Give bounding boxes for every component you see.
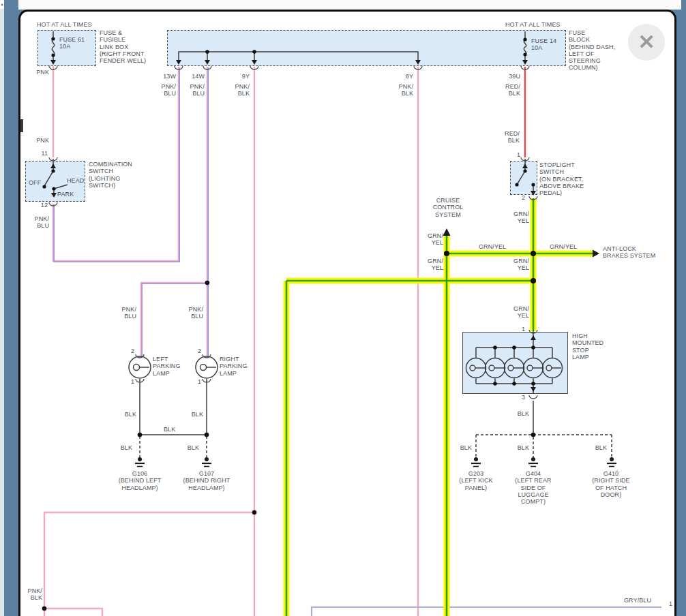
wire-label-pnk-mid: PNK: [27, 137, 49, 144]
wire-label-blk-g404: BLK: [507, 444, 529, 451]
ground-g203-label: G203 (LEFT KICK PANEL): [445, 470, 507, 491]
wire-label-grnyel-seg1: GRN/YEL: [479, 243, 506, 250]
terminal-2-stoplight: 2: [513, 194, 525, 201]
wire-label-9y: PNK/ BLK: [230, 83, 250, 97]
hot-at-all-times-right: HOT AT ALL TIMES: [505, 21, 561, 28]
wire-label-14w: PNK/ BLU: [185, 83, 205, 97]
wire-label-pnkblu-right-lamp: PNK/ BLU: [181, 306, 203, 320]
ground-g410-label: G410 (RIGHT SIDE OF HATCH DOOR): [580, 470, 642, 498]
wire-label-gryblu: GRY/BLU: [624, 597, 651, 604]
fuse-block-box: [167, 30, 566, 66]
wire-label-8y: PNK/ BLK: [394, 83, 413, 97]
wire-label-grnyel-stop: GRN/ YEL: [507, 211, 529, 225]
stoplight-switch-label: STOPLIGHT SWITCH (ON BRACKET, ABOVE BRAK…: [539, 161, 584, 196]
fuse-block-label: FUSE BLOCK (BEHIND DASH, LEFT OF STEERIN…: [569, 29, 615, 72]
ground-g404-label: G404 (LEFT REAR SIDE OF LUGGAGE COMPT): [503, 470, 564, 505]
wire-label-pnkblk-bottom: PNK/ BLK: [20, 587, 42, 602]
wire-label-blk-g203: BLK: [450, 444, 472, 451]
circuit-14w: 14W: [185, 73, 205, 80]
wire-label-pnkblu-left-lamp: PNK/ BLU: [115, 306, 136, 320]
wire-label-pnk-top: PNK: [27, 69, 49, 76]
wire-label-grnyel-below-switch: GRN/ YEL: [507, 258, 529, 272]
left-scrollbar-track[interactable]: [0, 0, 4, 616]
high-mounted-stop-lamp-box: [462, 332, 568, 394]
terminal-11: 11: [35, 150, 48, 157]
scroll-up-icon[interactable]: ▲: [0, 0, 4, 9]
wire-label-blk-hmsl: BLK: [507, 410, 529, 417]
cruise-control-label: CRUISE CONTROL SYSTEM: [428, 197, 468, 218]
circuit-39u: 39U: [501, 73, 520, 80]
left-parking-lamp-label: LEFT PARKING LAMP: [153, 356, 181, 377]
background-band-right: [683, 0, 686, 616]
wire-label-grnyel-seg2: GRN/YEL: [550, 243, 577, 250]
fuse-61-value: FUSE 61 10A: [59, 36, 85, 50]
wire-label-blk-bus: BLK: [164, 426, 175, 433]
antilock-brakes-label: ANTI-LOCK BRAKES SYSTEM: [603, 245, 655, 260]
wire-label-13w: PNK/ BLU: [157, 83, 176, 97]
close-button[interactable]: ✕: [628, 24, 665, 61]
switch-pos-park: PARK: [57, 191, 74, 198]
terminal-1-hmsl: 1: [513, 326, 525, 333]
close-icon: ✕: [638, 32, 655, 52]
background-band-left: [4, 0, 18, 616]
terminal-3-hmsl: 3: [513, 394, 525, 401]
scrollbar-thumb[interactable]: [20, 119, 23, 132]
circuit-8y: 8Y: [394, 73, 413, 80]
wire-label-grnyel-below-cruise: GRN/ YEL: [421, 258, 443, 272]
right-parking-lamp-label: RIGHT PARKING LAMP: [220, 356, 248, 377]
hot-at-all-times-left: HOT AT ALL TIMES: [37, 21, 92, 28]
fusible-link-box-label: FUSE & FUSIBLE LINK BOX (RIGHT FRONT FEN…: [100, 29, 146, 64]
combination-switch-label: COMBINATION SWITCH (LIGHTING SWITCH): [89, 161, 132, 189]
wire-label-grnyel-cruise: GRN/ YEL: [421, 232, 443, 247]
wire-label-pnkblu-comb: PNK/ BLU: [27, 215, 49, 230]
ground-g107-label: G107 (BEHIND RIGHT HEADLAMP): [176, 470, 237, 491]
wiring-diagram-viewer: ▲: [0, 0, 686, 616]
circuit-9y: 9Y: [230, 73, 250, 80]
wire-label-blk-g410: BLK: [585, 444, 607, 451]
wire-label-grnyel-hmsl: GRN/ YEL: [507, 305, 529, 320]
fuse-14-value: FUSE 14 10A: [531, 37, 556, 52]
wire-label-39u: RED/ BLK: [501, 83, 520, 97]
wire-label-blk-right-lamp: BLK: [181, 411, 203, 418]
ground-g106-label: G106 (BEHIND LEFT HEADLAMP): [109, 470, 170, 491]
wire-label-blk-left-lamp: BLK: [115, 411, 136, 418]
terminal-2-left-lamp: 2: [125, 348, 134, 354]
switch-pos-off: OFF: [29, 179, 41, 186]
stoplight-switch-box: [510, 161, 537, 195]
terminal-1-stoplight: 1: [508, 151, 520, 158]
wire-label-blk-g107: BLK: [177, 444, 199, 451]
terminal-1-bottom: 1: [669, 600, 672, 607]
terminal-1-right-lamp: 1: [192, 378, 201, 385]
terminal-1-left-lamp: 1: [125, 378, 134, 385]
wire-label-blk-g106: BLK: [110, 444, 132, 451]
circuit-13w: 13W: [157, 73, 176, 80]
terminal-2-right-lamp: 2: [192, 348, 201, 354]
switch-pos-head: HEAD: [67, 177, 84, 184]
wire-label-redblk: RED/ BLK: [498, 130, 520, 144]
hmsl-label: HIGH MOUNTED STOP LAMP: [572, 333, 603, 360]
terminal-12: 12: [35, 202, 48, 209]
top-strip: [0, 0, 681, 10]
